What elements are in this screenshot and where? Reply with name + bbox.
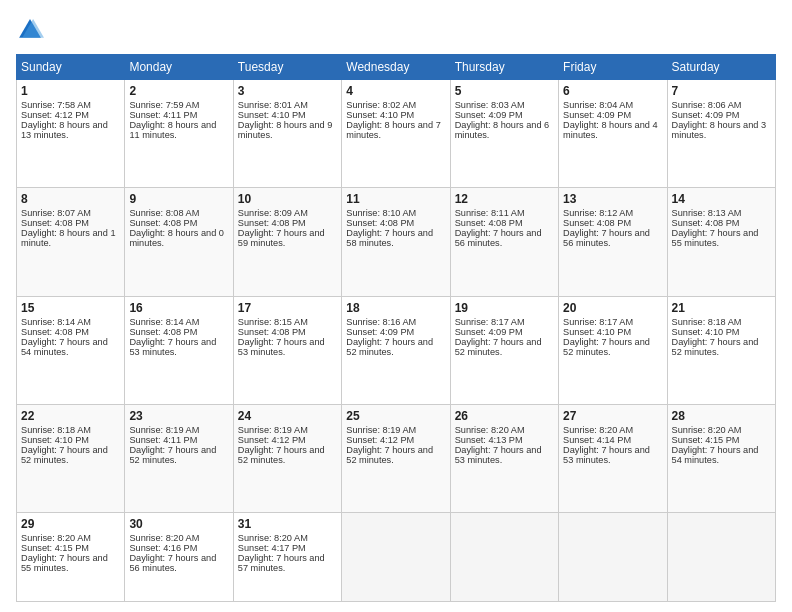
calendar-cell: 15Sunrise: 8:14 AMSunset: 4:08 PMDayligh… — [17, 296, 125, 404]
sunset-text: Sunset: 4:08 PM — [563, 218, 631, 228]
sunset-text: Sunset: 4:08 PM — [238, 218, 306, 228]
sunset-text: Sunset: 4:10 PM — [672, 327, 740, 337]
col-header-thursday: Thursday — [450, 55, 558, 80]
calendar-cell: 14Sunrise: 8:13 AMSunset: 4:08 PMDayligh… — [667, 188, 775, 296]
sunrise-text: Sunrise: 8:20 AM — [21, 533, 91, 543]
day-number: 6 — [563, 84, 662, 98]
sunrise-text: Sunrise: 8:18 AM — [21, 425, 91, 435]
day-number: 14 — [672, 192, 771, 206]
day-number: 29 — [21, 517, 120, 531]
daylight-text: Daylight: 7 hours and 52 minutes. — [346, 337, 433, 357]
daylight-text: Daylight: 7 hours and 55 minutes. — [672, 228, 759, 248]
calendar-cell — [450, 513, 558, 602]
calendar-cell: 20Sunrise: 8:17 AMSunset: 4:10 PMDayligh… — [559, 296, 667, 404]
day-number: 12 — [455, 192, 554, 206]
col-header-sunday: Sunday — [17, 55, 125, 80]
sunrise-text: Sunrise: 8:02 AM — [346, 100, 416, 110]
sunrise-text: Sunrise: 8:19 AM — [238, 425, 308, 435]
sunset-text: Sunset: 4:11 PM — [129, 435, 197, 445]
day-number: 31 — [238, 517, 337, 531]
sunset-text: Sunset: 4:08 PM — [455, 218, 523, 228]
sunrise-text: Sunrise: 8:19 AM — [346, 425, 416, 435]
daylight-text: Daylight: 7 hours and 54 minutes. — [21, 337, 108, 357]
daylight-text: Daylight: 8 hours and 13 minutes. — [21, 120, 108, 140]
day-number: 27 — [563, 409, 662, 423]
sunrise-text: Sunrise: 8:18 AM — [672, 317, 742, 327]
calendar-cell: 31Sunrise: 8:20 AMSunset: 4:17 PMDayligh… — [233, 513, 341, 602]
day-number: 25 — [346, 409, 445, 423]
calendar-table: SundayMondayTuesdayWednesdayThursdayFrid… — [16, 54, 776, 602]
sunset-text: Sunset: 4:12 PM — [346, 435, 414, 445]
sunset-text: Sunset: 4:08 PM — [238, 327, 306, 337]
calendar-cell: 22Sunrise: 8:18 AMSunset: 4:10 PMDayligh… — [17, 404, 125, 512]
sunset-text: Sunset: 4:08 PM — [129, 327, 197, 337]
sunset-text: Sunset: 4:11 PM — [129, 110, 197, 120]
sunrise-text: Sunrise: 8:14 AM — [129, 317, 199, 327]
day-number: 28 — [672, 409, 771, 423]
calendar-cell — [342, 513, 450, 602]
calendar-cell: 12Sunrise: 8:11 AMSunset: 4:08 PMDayligh… — [450, 188, 558, 296]
page: SundayMondayTuesdayWednesdayThursdayFrid… — [0, 0, 792, 612]
sunset-text: Sunset: 4:09 PM — [563, 110, 631, 120]
daylight-text: Daylight: 7 hours and 56 minutes. — [563, 228, 650, 248]
sunset-text: Sunset: 4:12 PM — [21, 110, 89, 120]
daylight-text: Daylight: 7 hours and 52 minutes. — [346, 445, 433, 465]
sunrise-text: Sunrise: 8:20 AM — [672, 425, 742, 435]
day-number: 1 — [21, 84, 120, 98]
day-number: 16 — [129, 301, 228, 315]
calendar-cell: 11Sunrise: 8:10 AMSunset: 4:08 PMDayligh… — [342, 188, 450, 296]
day-number: 9 — [129, 192, 228, 206]
col-header-wednesday: Wednesday — [342, 55, 450, 80]
sunset-text: Sunset: 4:13 PM — [455, 435, 523, 445]
calendar-cell: 17Sunrise: 8:15 AMSunset: 4:08 PMDayligh… — [233, 296, 341, 404]
logo-icon — [16, 16, 44, 44]
day-number: 24 — [238, 409, 337, 423]
calendar-cell: 26Sunrise: 8:20 AMSunset: 4:13 PMDayligh… — [450, 404, 558, 512]
calendar-cell: 5Sunrise: 8:03 AMSunset: 4:09 PMDaylight… — [450, 80, 558, 188]
sunrise-text: Sunrise: 8:09 AM — [238, 208, 308, 218]
sunset-text: Sunset: 4:10 PM — [346, 110, 414, 120]
sunset-text: Sunset: 4:10 PM — [238, 110, 306, 120]
col-header-friday: Friday — [559, 55, 667, 80]
calendar-cell: 8Sunrise: 8:07 AMSunset: 4:08 PMDaylight… — [17, 188, 125, 296]
sunrise-text: Sunrise: 8:08 AM — [129, 208, 199, 218]
calendar-cell: 21Sunrise: 8:18 AMSunset: 4:10 PMDayligh… — [667, 296, 775, 404]
daylight-text: Daylight: 7 hours and 53 minutes. — [129, 337, 216, 357]
sunrise-text: Sunrise: 8:15 AM — [238, 317, 308, 327]
daylight-text: Daylight: 8 hours and 1 minute. — [21, 228, 116, 248]
calendar-cell: 13Sunrise: 8:12 AMSunset: 4:08 PMDayligh… — [559, 188, 667, 296]
calendar-week-1: 1Sunrise: 7:58 AMSunset: 4:12 PMDaylight… — [17, 80, 776, 188]
calendar-cell: 4Sunrise: 8:02 AMSunset: 4:10 PMDaylight… — [342, 80, 450, 188]
logo — [16, 16, 48, 44]
calendar-cell: 24Sunrise: 8:19 AMSunset: 4:12 PMDayligh… — [233, 404, 341, 512]
sunrise-text: Sunrise: 8:10 AM — [346, 208, 416, 218]
daylight-text: Daylight: 7 hours and 53 minutes. — [563, 445, 650, 465]
daylight-text: Daylight: 7 hours and 53 minutes. — [455, 445, 542, 465]
daylight-text: Daylight: 7 hours and 59 minutes. — [238, 228, 325, 248]
calendar-week-4: 22Sunrise: 8:18 AMSunset: 4:10 PMDayligh… — [17, 404, 776, 512]
sunrise-text: Sunrise: 8:17 AM — [455, 317, 525, 327]
sunrise-text: Sunrise: 8:19 AM — [129, 425, 199, 435]
daylight-text: Daylight: 8 hours and 11 minutes. — [129, 120, 216, 140]
sunrise-text: Sunrise: 8:11 AM — [455, 208, 525, 218]
day-number: 17 — [238, 301, 337, 315]
sunset-text: Sunset: 4:09 PM — [672, 110, 740, 120]
calendar-cell: 16Sunrise: 8:14 AMSunset: 4:08 PMDayligh… — [125, 296, 233, 404]
day-number: 26 — [455, 409, 554, 423]
col-header-saturday: Saturday — [667, 55, 775, 80]
daylight-text: Daylight: 8 hours and 4 minutes. — [563, 120, 658, 140]
day-number: 7 — [672, 84, 771, 98]
sunrise-text: Sunrise: 8:03 AM — [455, 100, 525, 110]
day-number: 5 — [455, 84, 554, 98]
sunrise-text: Sunrise: 8:16 AM — [346, 317, 416, 327]
calendar-cell: 30Sunrise: 8:20 AMSunset: 4:16 PMDayligh… — [125, 513, 233, 602]
calendar-cell: 29Sunrise: 8:20 AMSunset: 4:15 PMDayligh… — [17, 513, 125, 602]
daylight-text: Daylight: 7 hours and 52 minutes. — [238, 445, 325, 465]
daylight-text: Daylight: 7 hours and 53 minutes. — [238, 337, 325, 357]
daylight-text: Daylight: 8 hours and 3 minutes. — [672, 120, 767, 140]
daylight-text: Daylight: 7 hours and 56 minutes. — [129, 553, 216, 573]
daylight-text: Daylight: 7 hours and 52 minutes. — [21, 445, 108, 465]
sunset-text: Sunset: 4:09 PM — [455, 110, 523, 120]
calendar-cell: 23Sunrise: 8:19 AMSunset: 4:11 PMDayligh… — [125, 404, 233, 512]
sunset-text: Sunset: 4:14 PM — [563, 435, 631, 445]
